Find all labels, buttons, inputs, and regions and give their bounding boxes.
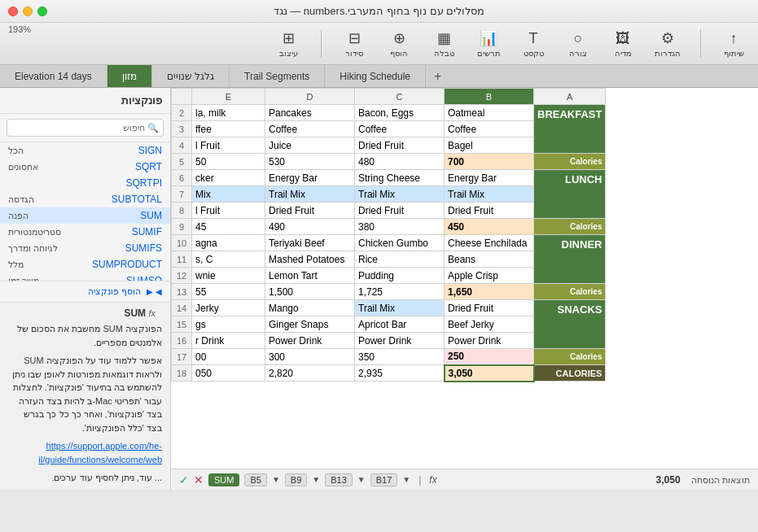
sidebar-header: פונקציות <box>0 88 170 114</box>
shape-icon: ○ <box>574 30 583 47</box>
tab-food[interactable]: מזון <box>107 65 152 87</box>
fx-button[interactable]: fx <box>429 474 436 486</box>
col-header-b[interactable]: B <box>445 89 534 105</box>
formula-description-text: הפונקציה SUM מחשבת את הסכום של אלמנטים מ… <box>8 322 162 485</box>
func-item-sum[interactable]: SUM הפנה <box>0 207 170 224</box>
formula-accept-button[interactable]: ✓ <box>179 473 189 486</box>
bottom-formula-bar: ✓ ✕ SUM B5 ▼ B9 ▼ B13 ▼ B17 ▼ | fx תוצאו… <box>171 469 758 490</box>
format-icon: ⊞ <box>283 29 295 47</box>
main-content: פונקציות 🔍 SIGN הכל SQRT אחסונים SQRTPI … <box>0 88 758 490</box>
tab-hiking-schedule[interactable]: Hiking Schedule <box>325 65 426 87</box>
toolbar-chart[interactable]: 📊 תרשים <box>472 29 505 58</box>
sheet-area: SoRt E D C B A 2 <box>171 88 758 490</box>
b9-chip[interactable]: B9 <box>285 473 307 486</box>
arrange-icon: ⊟ <box>348 29 361 47</box>
formula-link[interactable]: https://support.apple.com/he-il/guide/fu… <box>38 441 162 464</box>
formula-title: SUM fx <box>8 307 162 319</box>
toolbar-settings[interactable]: ⚙ הגדרות <box>651 29 684 58</box>
sidebar: פונקציות 🔍 SIGN הכל SQRT אחסונים SQRTPI … <box>0 88 171 490</box>
func-item-sqrtpi[interactable]: SQRTPI <box>0 175 170 191</box>
tab-changes[interactable]: גלגל שנויים <box>152 65 230 87</box>
table-row: 2 la, milk Pancakes Bacon, Eggs Oatmeal … <box>172 105 606 121</box>
tab-elevation[interactable]: Elevation 14 days <box>0 65 107 87</box>
func-item-sumif[interactable]: SUMIF סטריטמנטורית <box>0 224 170 240</box>
window-controls <box>8 7 47 16</box>
table-row: 10 agna Teriyaki Beef Chicken Gumbo Chee… <box>172 235 606 251</box>
chart-icon: 📊 <box>480 29 497 47</box>
table-row: 9 45 490 380 450 Calories <box>172 219 606 235</box>
table-row: 14 Jerky Mango Trail Mix Dried Fruit SNA… <box>172 300 606 316</box>
toolbar-shape[interactable]: ○ צורה <box>562 30 594 58</box>
toolbar-text[interactable]: T טקסט <box>517 30 550 58</box>
formula-controls: ✓ ✕ SUM B5 ▼ B9 ▼ B13 ▼ B17 ▼ | fx <box>179 473 437 486</box>
table-row: 6 cker Energy Bar String Cheese Energy B… <box>172 170 606 186</box>
add-function-button[interactable]: ◀ ▶ הוסף פונקציה <box>0 281 170 302</box>
table-icon: ▦ <box>437 29 451 47</box>
function-list: SIGN הכל SQRT אחסונים SQRTPI SUBTOTAL הג… <box>0 142 170 281</box>
toolbar-media[interactable]: 🖼 מדיה <box>607 30 639 58</box>
sum-chip[interactable]: SUM <box>208 473 239 486</box>
toolbar: ↑ שיתוף ⚙ הגדרות 🖼 מדיה ○ צורה T טקסט 📊 … <box>0 23 758 65</box>
toolbar-add[interactable]: ⊕ הוסף <box>383 29 415 58</box>
tabbar: Elevation 14 days מזון גלגל שנויים Trail… <box>0 65 758 88</box>
tab-trail-segments[interactable]: Trail Segments <box>230 65 325 87</box>
col-header-e[interactable]: E <box>192 89 265 105</box>
zoom-display: 193% <box>8 24 31 34</box>
maximize-button[interactable] <box>37 7 47 16</box>
formula-description-area: SUM fx הפונקציה SUM מחשבת את הסכום של אל… <box>0 302 170 490</box>
formula-result: 3,050 <box>656 474 681 486</box>
col-header-c[interactable]: C <box>355 89 445 105</box>
func-item-sumifs[interactable]: SUMIFS לגיוחה ומדרך <box>0 240 170 256</box>
toolbar-table[interactable]: ▦ טבלה <box>427 29 460 58</box>
func-item-sign[interactable]: SIGN הכל <box>0 142 170 159</box>
b13-chip[interactable]: B13 <box>325 473 353 486</box>
func-item-sumsq[interactable]: SUMSQ משר זמן <box>0 273 170 281</box>
spreadsheet-grid: E D C B A 2 la, milk Pancakes Bacon, Egg… <box>171 88 606 382</box>
formula-result-area: תוצאות הנוסחה 3,050 <box>656 474 750 486</box>
b5-chip[interactable]: B5 <box>244 473 266 486</box>
titlebar: מסלולים עם נוף בחוף המערבי.numbers — נגד <box>0 0 758 23</box>
search-icon: 🔍 <box>147 123 159 133</box>
table-row: 13 55 1,500 1,725 1,650 Calories <box>172 284 606 300</box>
func-item-subtotal[interactable]: SUBTOTAL הגדסה <box>0 191 170 207</box>
toolbar-sep-1 <box>700 29 701 58</box>
table-row: 17 00 300 350 250 Calories <box>172 349 606 365</box>
toolbar-share[interactable]: ↑ שיתוף <box>717 30 750 58</box>
toolbar-format[interactable]: ⊞ עיצוב <box>272 29 305 58</box>
formula-cancel-button[interactable]: ✕ <box>194 473 204 486</box>
func-item-sqrt[interactable]: SQRT אחסונים <box>0 159 170 175</box>
col-header-rownum <box>172 89 192 105</box>
toolbar-sep-2 <box>321 29 322 58</box>
table-row: 18 050 2,820 2,935 3,050 CALORIES <box>172 365 606 382</box>
table-row: 5 50 530 480 700 Calories <box>172 154 606 170</box>
close-button[interactable] <box>8 7 18 16</box>
col-header-a[interactable]: A <box>534 89 606 105</box>
func-item-sumproduct[interactable]: SUMPRODUCT מלל <box>0 256 170 273</box>
b17-chip[interactable]: B17 <box>370 473 398 486</box>
grid-container[interactable]: E D C B A 2 la, milk Pancakes Bacon, Egg… <box>171 88 758 469</box>
share-icon: ↑ <box>730 30 738 47</box>
text-icon: T <box>529 30 538 47</box>
col-header-d[interactable]: D <box>265 89 355 105</box>
settings-icon: ⚙ <box>661 29 674 47</box>
add-tab-button[interactable]: + <box>426 65 449 87</box>
minimize-button[interactable] <box>23 7 33 16</box>
search-box[interactable]: 🔍 <box>0 114 170 142</box>
add-icon: ⊕ <box>393 29 405 47</box>
search-input[interactable] <box>7 119 164 137</box>
window-title: מסלולים עם נוף בחוף המערבי.numbers — נגד <box>274 5 485 17</box>
toolbar-arrange[interactable]: ⊟ סידור <box>338 29 370 58</box>
media-icon: 🖼 <box>616 30 630 47</box>
